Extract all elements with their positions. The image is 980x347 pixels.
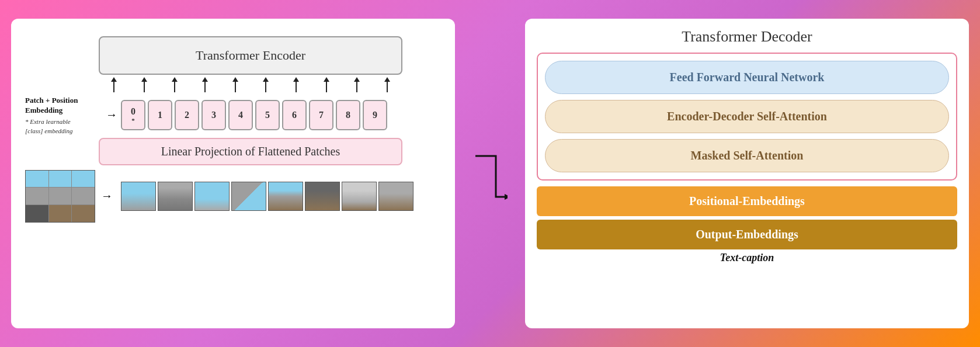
arrow-right-image: → bbox=[101, 189, 113, 203]
text-caption: Text-caption bbox=[720, 252, 774, 264]
patch-token-8: 8 bbox=[336, 100, 360, 130]
patch-label2: Embedding bbox=[25, 106, 62, 116]
svg-marker-0 bbox=[505, 194, 508, 200]
arrow-up-8 bbox=[354, 77, 360, 92]
img-patch-8 bbox=[378, 182, 413, 211]
decoder-title: Transformer Decoder bbox=[682, 28, 812, 46]
decoder-inner: Feed Forward Neural Network Encoder-Deco… bbox=[537, 53, 957, 181]
arrow-up-6 bbox=[293, 77, 299, 92]
patch-token-1: 1 bbox=[148, 100, 172, 130]
patch-token-6: 6 bbox=[282, 100, 307, 130]
patch-token-4: 4 bbox=[228, 100, 253, 130]
arrow-up-5 bbox=[263, 77, 269, 92]
linear-projection-label: Linear Projection of Flattened Patches bbox=[161, 145, 340, 158]
img-patch-3 bbox=[194, 182, 230, 211]
encoder-label: Transformer Encoder bbox=[196, 48, 305, 63]
connector-svg bbox=[472, 150, 508, 244]
block-enc-dec: Encoder-Decoder Self-Attention bbox=[545, 100, 949, 133]
arrows-row bbox=[99, 77, 402, 92]
arrow-up-4 bbox=[232, 77, 238, 92]
patch-token-5: 5 bbox=[255, 100, 280, 130]
img-patch-1 bbox=[121, 182, 156, 211]
arrow-up-2 bbox=[172, 77, 178, 92]
linear-projection-box: Linear Projection of Flattened Patches bbox=[99, 138, 402, 165]
img-patch-5 bbox=[268, 182, 303, 211]
image-area: → bbox=[25, 170, 441, 223]
block-output: Output-Embeddings bbox=[537, 220, 957, 249]
right-section: Transformer Decoder Feed Forward Neural … bbox=[525, 19, 969, 328]
patch-label-area: Patch + Position Embedding * Extra learn… bbox=[25, 96, 101, 134]
arrow-up-1 bbox=[141, 77, 147, 92]
patch-token-0: 0* bbox=[121, 100, 145, 130]
block-positional: Positional-Embeddings bbox=[537, 186, 957, 216]
source-image bbox=[25, 170, 95, 223]
img-patch-2 bbox=[158, 182, 193, 211]
arrow-up-9 bbox=[384, 77, 390, 92]
left-section: Transformer Encoder Patch + Position Emb… bbox=[11, 19, 455, 328]
arrow-up-0 bbox=[111, 77, 117, 92]
img-patch-6 bbox=[305, 182, 340, 211]
patches-area: Patch + Position Embedding * Extra learn… bbox=[25, 96, 441, 134]
block-ffnn: Feed Forward Neural Network bbox=[545, 61, 949, 94]
arrow-right-patches: → bbox=[106, 108, 117, 122]
patch-token-2: 2 bbox=[175, 100, 199, 130]
embeddings-area: Positional-Embeddings Output-Embeddings bbox=[537, 186, 957, 249]
patch-sublabel2: [class] embedding bbox=[25, 127, 73, 134]
patches-row: 0* 1 2 3 4 5 6 7 8 9 bbox=[121, 100, 387, 130]
patch-token-7: 7 bbox=[309, 100, 333, 130]
arrow-up-7 bbox=[324, 77, 329, 92]
encoder-box: Transformer Encoder bbox=[99, 36, 402, 75]
arrow-up-3 bbox=[202, 77, 208, 92]
connector-arrow-area bbox=[472, 103, 508, 244]
image-patches-row bbox=[121, 182, 413, 211]
patch-label: Patch + Position bbox=[25, 96, 78, 106]
patch-token-3: 3 bbox=[201, 100, 226, 130]
img-patch-7 bbox=[342, 182, 377, 211]
block-masked: Masked Self-Attention bbox=[545, 139, 949, 172]
patch-sublabel: * Extra learnable bbox=[25, 118, 71, 125]
main-container: Transformer Encoder Patch + Position Emb… bbox=[0, 0, 980, 347]
patch-token-9: 9 bbox=[363, 100, 387, 130]
img-patch-4 bbox=[231, 182, 266, 211]
